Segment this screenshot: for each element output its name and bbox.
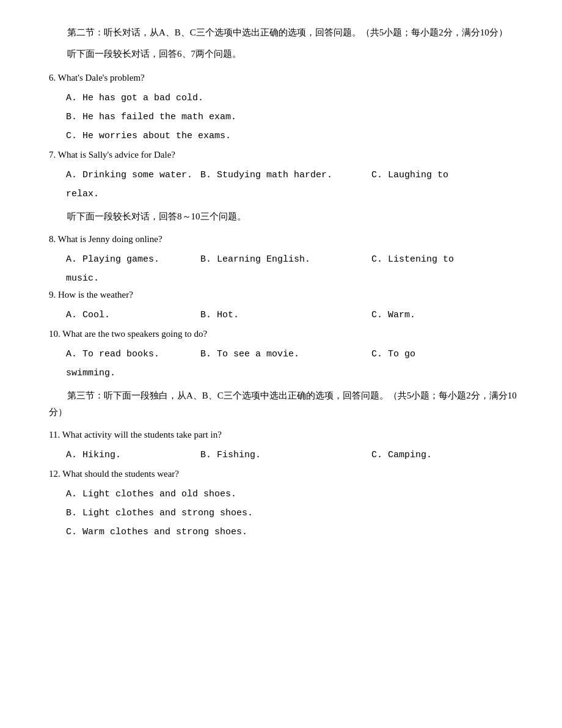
q6-number: 6.: [49, 73, 56, 83]
q6-option-b: B. He has failed the math exam.: [66, 109, 525, 125]
q11-number: 11.: [49, 430, 60, 439]
q8-options-row: A. Playing games. B. Learning English. C…: [66, 251, 525, 268]
q11-option-c: C. Camping.: [371, 447, 432, 463]
q7-option-a: A. Drinking some water.: [66, 167, 200, 183]
q12-option-a: A. Light clothes and old shoes.: [66, 486, 525, 502]
q8-option-c: C. Listening to: [371, 251, 454, 268]
q7-number: 7.: [49, 150, 56, 160]
q10-options-row: A. To read books. B. To see a movie. C. …: [66, 346, 525, 362]
q11-text: What activity will the students take par…: [62, 430, 222, 439]
q7-text: What is Sally's advice for Dale?: [58, 150, 175, 160]
q10-text: What are the two speakers going to do?: [62, 329, 207, 339]
question-9: 9. How is the weather?: [49, 287, 525, 303]
question-6: 6. What's Dale's problem?: [49, 70, 525, 86]
sub-header2: 听下面一段较长对话，回答8～10三个问题。: [49, 208, 525, 225]
section3-header: 第三节：听下面一段独白，从A、B、C三个选项中选出正确的选项，回答问题。（共5小…: [49, 388, 525, 421]
q11-option-b: B. Fishing.: [200, 447, 371, 463]
q8-option-b: B. Learning English.: [200, 251, 371, 268]
q8-option-c-wrap: music.: [66, 270, 525, 287]
q9-options-row: A. Cool. B. Hot. C. Warm.: [66, 307, 525, 323]
sub-header1: 听下面一段较长对话，回答6、7两个问题。: [49, 46, 525, 62]
q9-number: 9.: [49, 290, 56, 300]
q9-text: How is the weather?: [58, 290, 133, 300]
q8-option-a: A. Playing games.: [66, 251, 200, 268]
question-11: 11. What activity will the students take…: [49, 427, 525, 443]
q12-option-c: C. Warm clothes and strong shoes.: [66, 524, 525, 540]
q11-options-row: A. Hiking. B. Fishing. C. Camping.: [66, 447, 525, 463]
q12-number: 12.: [49, 469, 60, 479]
q12-text: What should the students wear?: [62, 469, 179, 479]
q7-option-b: B. Studying math harder.: [200, 167, 371, 183]
q6-option-c: C. He worries about the exams.: [66, 128, 525, 144]
q9-option-c: C. Warm.: [371, 307, 415, 323]
q6-option-a: A. He has got a bad cold.: [66, 90, 525, 106]
q10-option-c: C. To go: [371, 346, 415, 362]
q8-number: 8.: [49, 234, 56, 244]
question-8: 8. What is Jenny doing online?: [49, 231, 525, 248]
q10-option-c-wrap: swimming.: [66, 365, 525, 381]
q7-option-c-wrap: relax.: [66, 186, 525, 202]
q8-text: What is Jenny doing online?: [58, 234, 162, 244]
q9-option-a: A. Cool.: [66, 307, 200, 323]
q12-option-b: B. Light clothes and strong shoes.: [66, 505, 525, 521]
q11-option-a: A. Hiking.: [66, 447, 200, 463]
q6-text: What's Dale's problem?: [58, 73, 145, 83]
question-12: 12. What should the students wear?: [49, 466, 525, 482]
q9-option-b: B. Hot.: [200, 307, 371, 323]
q10-option-a: A. To read books.: [66, 346, 200, 362]
question-10: 10. What are the two speakers going to d…: [49, 326, 525, 342]
section2-header: 第二节：听长对话，从A、B、C三个选项中选出正确的选项，回答问题。（共5小题；每…: [49, 24, 525, 41]
q10-option-b: B. To see a movie.: [200, 346, 371, 362]
q7-options-row: A. Drinking some water. B. Studying math…: [66, 167, 525, 183]
q10-number: 10.: [49, 329, 60, 339]
question-7: 7. What is Sally's advice for Dale?: [49, 147, 525, 163]
q7-option-c: C. Laughing to: [371, 167, 448, 183]
